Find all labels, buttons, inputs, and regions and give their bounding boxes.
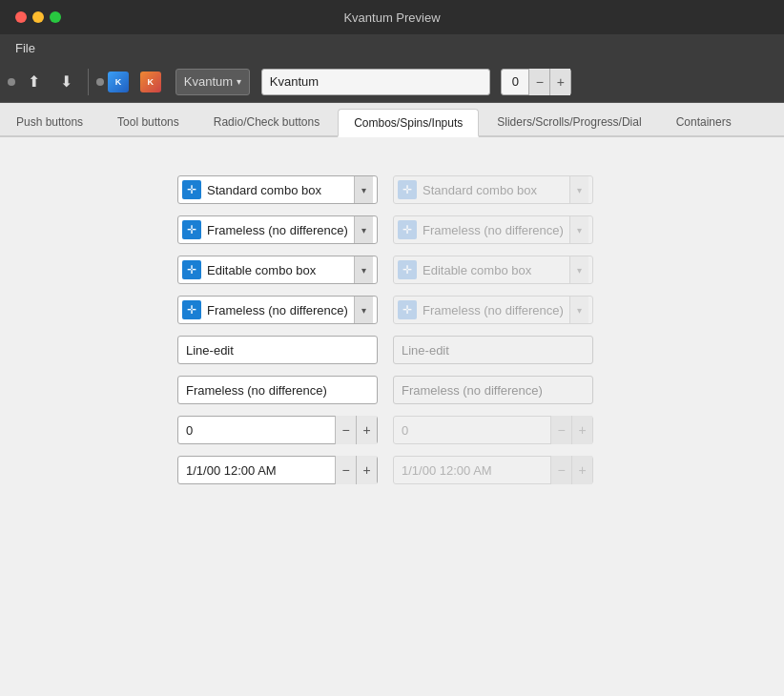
spinbox-row-2: 1/1/00 12:00 AM − + 1/1/00 12:00 AM − + xyxy=(177,456,607,484)
combo-icon-4 xyxy=(182,300,201,319)
window-controls xyxy=(15,11,61,23)
combo-arrow-disabled-1: ▾ xyxy=(569,176,588,203)
combo-row-1: Standard combo box ▾ Standard combo box … xyxy=(177,175,607,204)
combo-arrow-2: ▾ xyxy=(354,216,373,243)
combo-disabled-text-2: Frameless (no difference) xyxy=(423,223,564,237)
datetime-value-active: 1/1/00 12:00 AM xyxy=(178,463,335,478)
standard-combo-active[interactable]: Standard combo box ▾ xyxy=(177,175,378,204)
frameless-line-edit-active[interactable]: Frameless (no difference) xyxy=(177,376,378,404)
combo-active-text-1: Standard combo box xyxy=(207,183,348,197)
combo-icon-2 xyxy=(182,220,201,239)
combo-row-2: Frameless (no difference) ▾ Frameless (n… xyxy=(177,215,607,244)
toolbar-theme-combo[interactable]: Kvantum ▾ xyxy=(175,69,250,95)
toolbar-dot-2 xyxy=(96,78,104,86)
toolbar-spinbox: 0 − + xyxy=(501,69,571,95)
spinbox-value-active: 0 xyxy=(178,423,335,438)
spinbox-disabled: 0 − + xyxy=(393,416,593,444)
close-button[interactable] xyxy=(15,11,27,23)
datetime-minus-active[interactable]: − xyxy=(335,456,356,484)
toolbar-btn-align[interactable]: ⬇ xyxy=(52,68,80,96)
controls-panel: Standard combo box ▾ Standard combo box … xyxy=(177,175,607,484)
combo-active-text-3: Editable combo box xyxy=(207,263,348,277)
tab-combos-spins[interactable]: Combos/Spins/Inputs xyxy=(338,109,479,137)
toolbar-combo-value: Kvantum xyxy=(184,74,233,89)
combo-arrow-1: ▾ xyxy=(354,176,373,203)
datetime-plus-active[interactable]: + xyxy=(356,456,377,484)
combo-icon-1 xyxy=(182,180,201,199)
minimize-button[interactable] xyxy=(32,11,44,23)
standard-combo-disabled: Standard combo box ▾ xyxy=(393,175,593,204)
tab-push-buttons[interactable]: Push buttons xyxy=(0,107,99,135)
combo-icon-disabled-2 xyxy=(398,220,417,239)
tab-containers[interactable]: Containers xyxy=(660,107,748,135)
kvantum-icon-2[interactable]: K xyxy=(140,72,161,92)
toolbar-spin-minus[interactable]: − xyxy=(528,69,549,95)
datetime-minus-disabled: − xyxy=(550,456,571,484)
tab-tool-buttons[interactable]: Tool buttons xyxy=(101,107,196,135)
combo-disabled-text-4: Frameless (no difference) xyxy=(423,303,564,317)
tabbar: Push buttons Tool buttons Radio/Check bu… xyxy=(0,103,784,137)
datetime-spinbox-disabled: 1/1/00 12:00 AM − + xyxy=(393,456,593,484)
lineedit-row-1: Line-edit Line-edit xyxy=(177,336,607,364)
tab-sliders-scrolls[interactable]: Sliders/Scrolls/Progress/Dial xyxy=(481,107,657,135)
editable-combo-active[interactable]: Editable combo box ▾ xyxy=(177,256,378,284)
toolbar-btn-export[interactable]: ⬆ xyxy=(19,68,48,96)
combo-disabled-text-1: Standard combo box xyxy=(423,183,564,197)
combo-icon-disabled-4 xyxy=(398,300,417,319)
maximize-button[interactable] xyxy=(50,11,61,23)
toolbar-spin-plus[interactable]: + xyxy=(549,69,570,95)
combo-row-3: Editable combo box ▾ Editable combo box … xyxy=(177,256,607,284)
menubar: File xyxy=(0,34,784,61)
combo-active-text-4: Frameless (no difference) xyxy=(207,303,348,317)
spinbox-row-1: 0 − + 0 − + xyxy=(177,416,607,444)
combo-disabled-text-3: Editable combo box xyxy=(423,263,564,277)
line-edit-disabled: Line-edit xyxy=(393,336,593,364)
toolbar-separator-1 xyxy=(88,69,89,95)
frameless-combo-active[interactable]: Frameless (no difference) ▾ xyxy=(177,215,378,244)
toolbar-dot-1 xyxy=(8,78,15,86)
line-edit-active[interactable]: Line-edit xyxy=(177,336,378,364)
combo-row-4: Frameless (no difference) ▾ Frameless (n… xyxy=(177,296,607,324)
editable-combo-disabled: Editable combo box ▾ xyxy=(393,256,593,284)
frameless-line-edit-disabled: Frameless (no difference) xyxy=(393,376,593,404)
combo-icon-3 xyxy=(182,260,201,279)
combo-icon-disabled-1 xyxy=(398,180,417,199)
spinbox-minus-disabled: − xyxy=(550,416,571,444)
datetime-spinbox-active: 1/1/00 12:00 AM − + xyxy=(177,456,378,484)
combo-arrow-4: ▾ xyxy=(354,297,373,323)
spinbox-minus-active[interactable]: − xyxy=(335,416,356,444)
lineedit-row-2: Frameless (no difference) Frameless (no … xyxy=(177,376,607,404)
kvantum-icon-1[interactable]: K xyxy=(108,72,129,92)
combo-arrow-disabled-3: ▾ xyxy=(569,256,588,283)
frameless-editable-combo-active[interactable]: Frameless (no difference) ▾ xyxy=(177,296,378,324)
combo-icon-disabled-3 xyxy=(398,260,417,279)
content-area: Standard combo box ▾ Standard combo box … xyxy=(0,137,784,696)
combo-arrow-disabled-2: ▾ xyxy=(569,216,588,243)
toolbar: ⬆ ⬇ K K Kvantum ▾ 0 − + xyxy=(0,61,784,103)
combo-arrow-disabled-4: ▾ xyxy=(569,297,588,323)
datetime-value-disabled: 1/1/00 12:00 AM xyxy=(394,463,550,478)
datetime-plus-disabled: + xyxy=(571,456,592,484)
toolbar-text-input[interactable] xyxy=(261,69,490,95)
spinbox-plus-active[interactable]: + xyxy=(356,416,377,444)
titlebar-title: Kvantum Preview xyxy=(343,10,440,25)
titlebar: Kvantum Preview xyxy=(0,0,784,34)
spinbox-plus-disabled: + xyxy=(571,416,592,444)
frameless-editable-combo-disabled: Frameless (no difference) ▾ xyxy=(393,296,593,324)
spinbox-value-disabled: 0 xyxy=(394,423,550,438)
tab-radio-check[interactable]: Radio/Check buttons xyxy=(197,107,336,135)
spinbox-active: 0 − + xyxy=(177,416,378,444)
toolbar-combo-arrow: ▾ xyxy=(237,76,241,87)
combo-arrow-3: ▾ xyxy=(354,256,373,283)
menu-file[interactable]: File xyxy=(8,39,43,57)
combo-active-text-2: Frameless (no difference) xyxy=(207,223,348,237)
frameless-combo-disabled: Frameless (no difference) ▾ xyxy=(393,215,593,244)
toolbar-spin-value: 0 xyxy=(502,74,528,89)
